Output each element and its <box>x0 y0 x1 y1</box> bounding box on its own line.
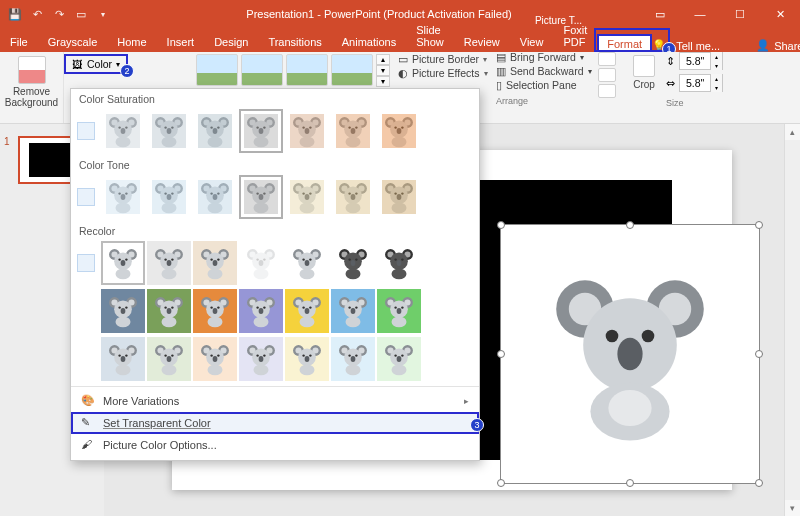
tab-animations[interactable]: Animations <box>332 32 406 52</box>
redo-icon[interactable]: ↷ <box>52 7 66 21</box>
color-swatch[interactable] <box>147 175 191 219</box>
svg-point-274 <box>401 306 403 308</box>
tab-insert[interactable]: Insert <box>157 32 205 52</box>
svg-point-218 <box>121 308 126 314</box>
crop-button[interactable]: Crop <box>626 55 662 90</box>
picture-styles-gallery[interactable]: ▴▾▾ <box>196 54 390 87</box>
selection-pane-button[interactable]: ▯Selection Pane <box>496 78 592 92</box>
minimize-icon[interactable]: — <box>680 0 720 28</box>
svg-rect-119 <box>244 180 278 214</box>
color-swatch[interactable] <box>377 175 421 219</box>
tone-lead-icon[interactable] <box>77 188 95 206</box>
style-preset[interactable] <box>241 54 283 86</box>
tab-grayscale[interactable]: Grayscale <box>38 32 108 52</box>
picture-effects-button[interactable]: ◐Picture Effects▾ <box>398 66 488 80</box>
maximize-icon[interactable]: ☐ <box>720 0 760 28</box>
start-slideshow-icon[interactable]: ▭ <box>74 7 88 21</box>
undo-icon[interactable]: ↶ <box>30 7 44 21</box>
picture-options: ▭Picture Border▾ ◐Picture Effects▾ <box>398 52 488 80</box>
color-swatch[interactable] <box>101 337 145 381</box>
color-swatch[interactable] <box>285 175 329 219</box>
ribbon-options-icon[interactable]: ▭ <box>640 0 680 28</box>
color-swatch[interactable] <box>331 289 375 333</box>
saturation-lead-icon[interactable] <box>77 122 95 140</box>
close-icon[interactable]: ✕ <box>760 0 800 28</box>
svg-point-264 <box>348 306 350 308</box>
svg-point-245 <box>259 308 264 314</box>
color-swatch[interactable] <box>193 241 237 285</box>
tab-home[interactable]: Home <box>107 32 156 52</box>
svg-point-7 <box>642 330 655 343</box>
svg-point-175 <box>217 258 219 260</box>
color-swatch[interactable] <box>377 337 421 381</box>
style-preset[interactable] <box>286 54 328 86</box>
tab-file[interactable]: File <box>0 32 38 52</box>
set-transparent-color-item[interactable]: ✎ Set Transparent Color 3 <box>71 412 479 434</box>
svg-point-309 <box>256 354 258 356</box>
scroll-up-icon[interactable]: ▴ <box>785 124 800 140</box>
rotate-button[interactable] <box>598 84 616 98</box>
color-swatch[interactable] <box>239 241 283 285</box>
color-dropdown-button[interactable]: 🖼 Color ▾ <box>64 54 128 74</box>
send-backward-button[interactable]: ▥Send Backward▾ <box>496 64 592 78</box>
color-swatch[interactable] <box>147 241 191 285</box>
height-input[interactable]: 5.8"▴▾ <box>679 52 723 70</box>
svg-point-6 <box>606 330 619 343</box>
tab-view[interactable]: View <box>510 32 554 52</box>
vertical-scrollbar[interactable]: ▴ ▾ <box>784 124 800 516</box>
align-button[interactable] <box>598 52 616 66</box>
save-icon[interactable]: 💾 <box>8 7 22 21</box>
color-swatch[interactable] <box>147 289 191 333</box>
style-preset[interactable] <box>196 54 238 86</box>
color-swatch[interactable] <box>331 241 375 285</box>
qat-more-icon[interactable]: ▾ <box>96 7 110 21</box>
recolor-label: Recolor <box>71 221 479 239</box>
bring-forward-button[interactable]: ▤Bring Forward▾ <box>496 50 592 64</box>
color-swatch[interactable] <box>285 337 329 381</box>
color-swatch[interactable] <box>193 175 237 219</box>
color-swatch[interactable] <box>285 241 329 285</box>
color-swatch[interactable] <box>101 175 145 219</box>
color-swatch[interactable] <box>239 289 283 333</box>
color-swatch[interactable] <box>377 109 421 153</box>
recolor-lead-icon[interactable] <box>77 254 95 272</box>
color-swatch[interactable] <box>193 289 237 333</box>
tab-review[interactable]: Review <box>454 32 510 52</box>
color-swatch[interactable] <box>101 109 145 153</box>
more-variations-item[interactable]: 🎨 More Variations ▸ <box>71 390 479 412</box>
color-swatch[interactable] <box>193 109 237 153</box>
color-swatch[interactable] <box>285 109 329 153</box>
color-swatch[interactable] <box>193 337 237 381</box>
color-swatch[interactable] <box>147 337 191 381</box>
group-button[interactable] <box>598 68 616 82</box>
picture-color-options-item[interactable]: 🖌 Picture Color Options... <box>71 434 479 456</box>
picture-border-button[interactable]: ▭Picture Border▾ <box>398 52 488 66</box>
color-swatch[interactable] <box>239 109 283 153</box>
scroll-down-icon[interactable]: ▾ <box>785 500 800 516</box>
color-swatch[interactable] <box>285 289 329 333</box>
color-swatch[interactable] <box>101 289 145 333</box>
tab-transitions[interactable]: Transitions <box>258 32 331 52</box>
color-swatch[interactable] <box>239 175 283 219</box>
tab-slideshow[interactable]: Slide Show <box>406 20 454 52</box>
color-swatch[interactable] <box>147 109 191 153</box>
svg-point-311 <box>254 364 269 375</box>
tab-design[interactable]: Design <box>204 32 258 52</box>
gallery-scroll[interactable]: ▴▾▾ <box>376 54 390 87</box>
color-swatch[interactable] <box>239 337 283 381</box>
color-swatch[interactable] <box>331 337 375 381</box>
color-swatch[interactable] <box>331 109 375 153</box>
svg-point-336 <box>394 354 396 356</box>
color-swatch[interactable] <box>101 241 145 285</box>
share-button[interactable]: 👤Share <box>756 39 800 52</box>
svg-point-302 <box>208 364 223 375</box>
options-icon: 🖌 <box>81 438 95 452</box>
tab-foxitpdf[interactable]: Foxit PDF <box>553 20 597 52</box>
color-swatch[interactable] <box>331 175 375 219</box>
color-swatch[interactable] <box>377 289 421 333</box>
style-preset[interactable] <box>331 54 373 86</box>
selected-picture[interactable] <box>500 224 760 484</box>
color-swatch[interactable] <box>377 241 421 285</box>
remove-background-button[interactable]: Remove Background <box>3 56 61 108</box>
width-input[interactable]: 5.8"▴▾ <box>679 74 723 92</box>
